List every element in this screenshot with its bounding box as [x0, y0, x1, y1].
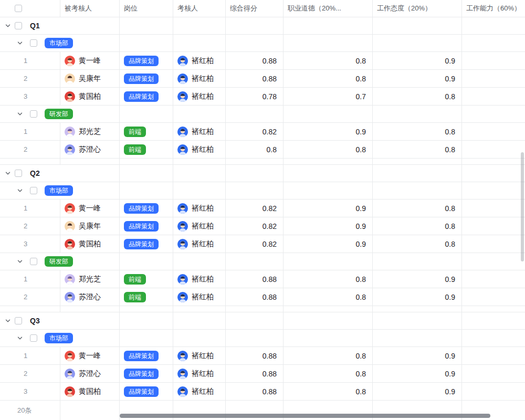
ethics-cell[interactable]: 0.8 [284, 288, 373, 306]
person-cell[interactable]: 黄国柏 [60, 235, 120, 253]
data-row[interactable]: 1黄一峰品牌策划褚红柏0.820.90.8 [0, 200, 525, 217]
score-cell[interactable]: 0.88 [226, 70, 284, 87]
data-row[interactable]: 2苏澄心品牌策划褚红柏0.880.80.9 [0, 365, 525, 383]
position-cell[interactable]: 前端 [120, 288, 173, 306]
position-cell[interactable]: 品牌策划 [120, 70, 173, 87]
attitude-cell[interactable]: 0.9 [373, 288, 462, 306]
column-header-2[interactable]: 岗位 [120, 0, 173, 17]
department-group-row[interactable]: 市场部 [0, 330, 525, 347]
row-index-cell[interactable]: 2 [0, 70, 60, 87]
person-cell[interactable]: 苏澄心 [60, 141, 120, 158]
score-cell[interactable]: 0.8 [226, 141, 284, 158]
person-cell[interactable]: 郑光芝 [60, 270, 120, 288]
ability-cell[interactable] [462, 288, 525, 306]
ethics-cell[interactable]: 0.8 [284, 52, 373, 69]
person-cell[interactable]: 黄国柏 [60, 383, 120, 400]
expand-chevron-icon[interactable] [17, 111, 23, 117]
attitude-cell[interactable]: 0.8 [373, 217, 462, 235]
assessor-cell[interactable]: 褚红柏 [173, 52, 226, 69]
ability-cell[interactable] [462, 270, 525, 288]
ethics-cell[interactable]: 0.9 [284, 200, 373, 217]
data-row[interactable]: 3黄国柏品牌策划褚红柏0.780.70.8 [0, 88, 525, 106]
ethics-cell[interactable]: 0.8 [284, 365, 373, 382]
vertical-scrollbar-thumb[interactable] [521, 152, 524, 261]
group-select-checkbox[interactable] [15, 317, 22, 324]
position-cell[interactable]: 品牌策划 [120, 365, 173, 382]
attitude-cell[interactable]: 0.8 [373, 123, 462, 140]
data-row[interactable]: 1黄一峰品牌策划褚红柏0.880.80.9 [0, 347, 525, 365]
row-index-cell[interactable]: 1 [0, 200, 60, 217]
expand-chevron-icon[interactable] [5, 23, 11, 29]
assessor-cell[interactable]: 褚红柏 [173, 123, 226, 140]
expand-chevron-icon[interactable] [5, 318, 11, 324]
ethics-cell[interactable]: 0.8 [284, 383, 373, 400]
ethics-cell[interactable]: 0.9 [284, 235, 373, 253]
position-cell[interactable]: 品牌策划 [120, 52, 173, 69]
group-select-checkbox[interactable] [15, 170, 22, 177]
person-cell[interactable]: 黄一峰 [60, 52, 120, 69]
data-row[interactable]: 2苏澄心前端褚红柏0.880.80.9 [0, 288, 525, 306]
ability-cell[interactable] [462, 200, 525, 217]
ability-cell[interactable] [462, 123, 525, 140]
assessor-cell[interactable]: 褚红柏 [173, 217, 226, 235]
row-index-cell[interactable]: 3 [0, 235, 60, 253]
assessor-cell[interactable]: 褚红柏 [173, 347, 226, 364]
score-cell[interactable]: 0.82 [226, 123, 284, 140]
assessor-cell[interactable]: 褚红柏 [173, 288, 226, 306]
score-cell[interactable]: 0.88 [226, 383, 284, 400]
position-cell[interactable]: 品牌策划 [120, 235, 173, 253]
data-row[interactable]: 3黄国柏品牌策划褚红柏0.820.90.8 [0, 235, 525, 253]
row-index-cell[interactable]: 2 [0, 365, 60, 382]
assessor-cell[interactable]: 褚红柏 [173, 270, 226, 288]
expand-chevron-icon[interactable] [17, 258, 23, 265]
position-cell[interactable]: 品牌策划 [120, 88, 173, 105]
expand-chevron-icon[interactable] [5, 170, 11, 176]
attitude-cell[interactable]: 0.8 [373, 141, 462, 158]
data-row[interactable]: 1黄一峰品牌策划褚红柏0.880.80.9 [0, 52, 525, 70]
ethics-cell[interactable]: 0.8 [284, 347, 373, 364]
data-row[interactable]: 3黄国柏品牌策划褚红柏0.880.80.9 [0, 383, 525, 401]
attitude-cell[interactable]: 0.8 [373, 235, 462, 253]
group-select-checkbox[interactable] [30, 39, 37, 47]
row-index-cell[interactable]: 2 [0, 141, 60, 158]
row-index-cell[interactable]: 1 [0, 347, 60, 364]
row-index-cell[interactable]: 2 [0, 217, 60, 235]
attitude-cell[interactable]: 0.9 [373, 347, 462, 364]
position-cell[interactable]: 前端 [120, 123, 173, 140]
score-cell[interactable]: 0.88 [226, 365, 284, 382]
assessor-cell[interactable]: 褚红柏 [173, 235, 226, 253]
person-cell[interactable]: 吴康年 [60, 70, 120, 87]
ability-cell[interactable] [462, 52, 525, 69]
row-index-cell[interactable]: 1 [0, 52, 60, 69]
quarter-group-row[interactable]: Q1 [0, 17, 525, 35]
person-cell[interactable]: 黄一峰 [60, 200, 120, 217]
quarter-group-row[interactable]: Q2 [0, 165, 525, 182]
data-row[interactable]: 1郑光芝前端褚红柏0.820.90.8 [0, 123, 525, 141]
attitude-cell[interactable]: 0.9 [373, 270, 462, 288]
attitude-cell[interactable]: 0.9 [373, 383, 462, 400]
department-group-row[interactable]: 市场部 [0, 182, 525, 200]
data-row[interactable]: 1郑光芝前端褚红柏0.880.80.9 [0, 270, 525, 288]
position-cell[interactable]: 品牌策划 [120, 200, 173, 217]
data-row[interactable]: 2吴康年品牌策划褚红柏0.820.90.8 [0, 217, 525, 235]
data-row[interactable]: 2吴康年品牌策划褚红柏0.880.80.9 [0, 70, 525, 88]
row-index-cell[interactable]: 3 [0, 88, 60, 105]
assessor-cell[interactable]: 褚红柏 [173, 365, 226, 382]
ability-cell[interactable] [462, 383, 525, 400]
score-cell[interactable]: 0.88 [226, 52, 284, 69]
horizontal-scrollbar-thumb[interactable] [120, 414, 490, 418]
score-cell[interactable]: 0.88 [226, 288, 284, 306]
person-cell[interactable]: 苏澄心 [60, 288, 120, 306]
ability-cell[interactable] [462, 70, 525, 87]
quarter-group-row[interactable]: Q3 [0, 312, 525, 330]
assessor-cell[interactable]: 褚红柏 [173, 88, 226, 105]
data-row[interactable]: 2苏澄心前端褚红柏0.80.80.8 [0, 141, 525, 159]
department-group-row[interactable]: 研发部 [0, 253, 525, 270]
assessor-cell[interactable]: 褚红柏 [173, 70, 226, 87]
ability-cell[interactable] [462, 235, 525, 253]
assessor-cell[interactable]: 褚红柏 [173, 383, 226, 400]
assessor-cell[interactable]: 褚红柏 [173, 200, 226, 217]
group-select-checkbox[interactable] [30, 187, 37, 194]
attitude-cell[interactable]: 0.9 [373, 70, 462, 87]
row-index-cell[interactable]: 1 [0, 123, 60, 140]
